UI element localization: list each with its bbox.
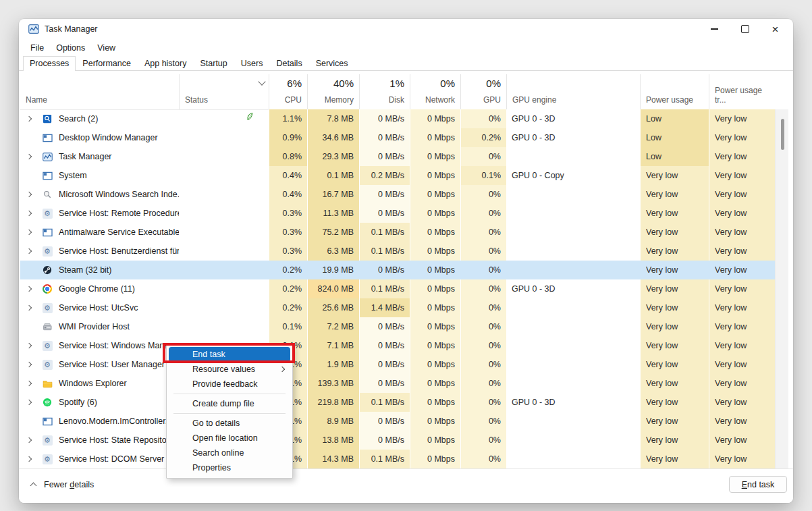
memory-cell: 7.1 MB <box>307 336 359 355</box>
context-menu-item-properties[interactable]: Properties <box>167 460 292 475</box>
spotify-icon <box>42 397 53 408</box>
process-row[interactable]: ⚙Service Host: UtcSvc0.2%25.6 MB1.4 MB/s… <box>20 298 775 317</box>
disk-cell: 0 MB/s <box>359 431 410 450</box>
network-cell: 0 Mbps <box>410 355 460 374</box>
menubar-item-file[interactable]: File <box>24 41 50 55</box>
expand-chevron[interactable] <box>27 400 42 404</box>
gear-icon: ⚙ <box>42 435 53 446</box>
gpu-cell: 0% <box>460 412 506 431</box>
expand-chevron[interactable] <box>27 192 42 196</box>
tab-processes[interactable]: Processes <box>23 56 76 71</box>
menubar-item-view[interactable]: View <box>91 41 121 55</box>
process-row[interactable]: Lenovo.Modern.ImController.P...0.1%8.9 M… <box>20 412 775 431</box>
status-cell <box>179 279 269 298</box>
process-name-label: Microsoft Windows Search Inde... <box>59 185 179 204</box>
expand-chevron[interactable] <box>27 457 42 461</box>
column-header-cpu[interactable]: 6% CPU <box>269 74 307 109</box>
scrollbar-thumb[interactable] <box>781 119 784 150</box>
column-header-network[interactable]: 0% Network <box>410 74 460 109</box>
column-header-gpu-engine[interactable]: GPU engine <box>506 74 640 109</box>
column-header-gpu[interactable]: 0% GPU <box>460 74 506 109</box>
tab-users[interactable]: Users <box>234 56 270 70</box>
column-header-memory[interactable]: 40% Memory <box>307 74 359 109</box>
disk-cell: 0 MB/s <box>359 128 410 147</box>
power-usage-cell: Very low <box>640 261 709 279</box>
tab-startup[interactable]: Startup <box>193 56 234 70</box>
process-row[interactable]: Desktop Window Manager0.9%34.6 MB0 MB/s0… <box>20 128 775 147</box>
expand-chevron[interactable] <box>27 344 42 348</box>
end-task-button[interactable]: End task <box>729 476 787 493</box>
tab-services[interactable]: Services <box>309 56 355 70</box>
process-row[interactable]: Google Chrome (11)0.2%824.0 MB0.1 MB/s0 … <box>20 279 775 298</box>
menubar-item-options[interactable]: Options <box>50 41 91 55</box>
process-row[interactable]: ⚙Service Host: User Manager0.1%1.9 MB0 M… <box>20 355 775 374</box>
process-list: Search (2)1.1%7.8 MB0 MB/s0 Mbps0%GPU 0 … <box>20 109 775 468</box>
expand-chevron[interactable] <box>27 249 42 253</box>
column-header-disk[interactable]: 1% Disk <box>359 74 410 109</box>
process-row[interactable]: ⚙Service Host: Windows Manage...0.1%7.1 … <box>20 336 775 355</box>
process-name-cell: ⚙Service Host: Benutzerdienst für... <box>20 242 179 261</box>
process-row[interactable]: ⚙Service Host: Remote Procedure...0.3%11… <box>20 204 775 223</box>
expand-chevron[interactable] <box>27 230 42 234</box>
context-menu-item-go-to-details[interactable]: Go to details <box>167 416 292 431</box>
gpu-engine-cell <box>506 185 640 204</box>
disk-cell: 0 MB/s <box>359 317 410 336</box>
power-usage-trend-cell: Very low <box>709 109 775 128</box>
vertical-scrollbar[interactable] <box>775 109 788 468</box>
process-row[interactable]: Windows Explorer0.1%139.3 MB0 MB/s0 Mbps… <box>20 374 775 393</box>
process-row[interactable]: Task Manager0.8%29.3 MB0 MB/s0 Mbps0%Low… <box>20 147 775 166</box>
process-row[interactable]: WMI Provider Host0.1%7.2 MB0 MB/s0 Mbps0… <box>20 317 775 336</box>
network-cell: 0 Mbps <box>410 147 460 166</box>
disk-cell: 0.1 MB/s <box>359 393 410 412</box>
gpu-cell: 0% <box>460 431 506 450</box>
process-row[interactable]: ⚙Service Host: DCOM Server Pro...0.1%14.… <box>20 450 775 468</box>
gpu-engine-cell <box>506 317 640 336</box>
window-icon <box>42 170 53 181</box>
expand-chevron[interactable] <box>27 117 42 121</box>
context-menu-item-open-file-location[interactable]: Open file location <box>167 431 292 446</box>
gpu-engine-cell <box>506 374 640 393</box>
column-header-power-usage-trend[interactable]: Power usage tr... <box>709 74 775 109</box>
expand-chevron[interactable] <box>27 438 42 442</box>
maximize-button[interactable] <box>730 19 760 39</box>
column-header-row: Name Status 6% CPU 40% Memory 1% Disk 0%… <box>20 74 775 110</box>
power-usage-cell: Very low <box>640 412 709 431</box>
gpu-cell: 0% <box>460 204 506 223</box>
power-usage-trend-cell: Very low <box>709 128 775 147</box>
gpu-cell: 0% <box>460 147 506 166</box>
process-row[interactable]: ⚙Service Host: State Repository S...0.1%… <box>20 431 775 450</box>
process-row[interactable]: System0.4%0.1 MB0.2 MB/s0 Mbps0.1%GPU 0 … <box>20 166 775 185</box>
fewer-details-toggle[interactable]: Fewer details <box>31 480 94 489</box>
process-row[interactable]: Steam (32 bit)0.2%19.9 MB0 MB/s0 Mbps0%V… <box>20 261 775 279</box>
column-header-name[interactable]: Name <box>20 74 179 109</box>
context-menu-item-search-online[interactable]: Search online <box>167 446 292 460</box>
expand-chevron[interactable] <box>27 381 42 385</box>
minimize-button[interactable] <box>699 19 730 39</box>
tab-app-history[interactable]: App history <box>138 56 194 70</box>
process-name-label: Service Host: Remote Procedure... <box>59 204 179 223</box>
context-menu-item-end-task[interactable]: End task <box>169 347 290 362</box>
network-cell: 0 Mbps <box>410 317 460 336</box>
submenu-chevron-icon <box>279 367 285 372</box>
tab-details[interactable]: Details <box>269 56 308 70</box>
column-header-status[interactable]: Status <box>179 74 269 109</box>
expand-chevron[interactable] <box>27 306 42 310</box>
close-button[interactable]: × <box>760 19 790 39</box>
context-menu-item-create-dump-file[interactable]: Create dump file <box>167 396 292 411</box>
process-row[interactable]: Microsoft Windows Search Inde...0.4%16.7… <box>20 185 775 204</box>
column-header-power-usage[interactable]: Power usage <box>640 74 709 109</box>
context-menu-item-resource-values[interactable]: Resource values <box>167 362 292 377</box>
expand-chevron[interactable] <box>27 211 42 215</box>
process-row[interactable]: Spotify (6)0.1%219.8 MB0.1 MB/s0 Mbps0%G… <box>20 393 775 412</box>
context-menu-item-provide-feedback[interactable]: Provide feedback <box>167 377 292 392</box>
expand-chevron[interactable] <box>27 155 42 159</box>
gpu-engine-cell <box>506 223 640 242</box>
process-row[interactable]: Search (2)1.1%7.8 MB0 MB/s0 Mbps0%GPU 0 … <box>20 109 775 128</box>
process-name-label: Service Host: DCOM Server Pro... <box>59 450 179 468</box>
process-row[interactable]: ⚙Service Host: Benutzerdienst für...0.3%… <box>20 242 775 261</box>
process-row[interactable]: Antimalware Service Executable0.3%75.2 M… <box>20 223 775 242</box>
expand-chevron[interactable] <box>27 287 42 291</box>
gpu-engine-cell <box>506 355 640 374</box>
tab-performance[interactable]: Performance <box>76 56 138 70</box>
expand-chevron[interactable] <box>27 362 42 367</box>
